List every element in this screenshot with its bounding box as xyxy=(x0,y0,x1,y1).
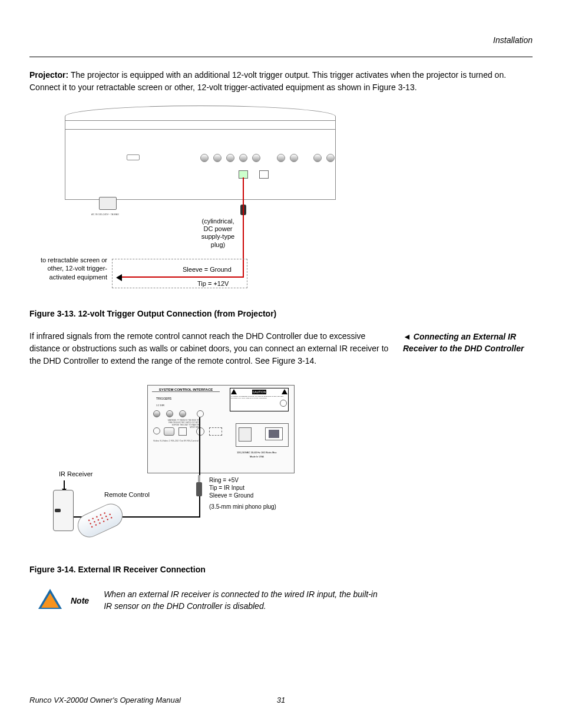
warning-triangle-icon xyxy=(231,389,237,394)
figure-3-13: AC IN 100-240V~ 7A MAX to retractable sc… xyxy=(29,106,533,300)
sleeve-label: Sleeve = Ground xyxy=(209,492,253,499)
ir-eye-icon xyxy=(55,509,61,512)
ring-label: Ring = +5V xyxy=(209,476,253,484)
port-dot-icon xyxy=(213,154,222,162)
warning-text-small: WARNING: TO REDUCE THE RISK OF FIRE OR E… xyxy=(164,419,199,429)
phono-plug-icon xyxy=(196,482,202,496)
system-control-label: SYSTEM CONTROL INTERFACE xyxy=(152,388,220,392)
port-dot-icon xyxy=(252,154,260,162)
video-jack-icon xyxy=(153,427,160,434)
projector-text: The projector is equipped with an additi… xyxy=(29,70,506,92)
projector-top-line xyxy=(65,120,336,121)
figure-3-13-caption: Figure 3-13. 12-volt Trigger Output Conn… xyxy=(29,309,533,318)
note-icon xyxy=(38,589,62,610)
ethernet-port-icon xyxy=(259,170,269,179)
caution-header: CAUTION xyxy=(252,390,267,394)
trigger-jack-icon xyxy=(153,410,160,417)
port-row-3 xyxy=(313,154,335,162)
label-retractable-screen: to retractable screen or other, 12-volt … xyxy=(31,256,107,281)
power-rating-label: 100-240VAC 50-60 Hz 160 Watts Max Made I… xyxy=(237,451,277,458)
power-watts: 100-240VAC 50-60 Hz 160 Watts Max xyxy=(237,451,277,454)
remote-control-label: Remote Control xyxy=(104,491,150,498)
note-label: Note xyxy=(71,596,89,605)
note-triangle-outer-icon xyxy=(38,589,62,609)
label-tip: Tip = +12V xyxy=(197,280,229,287)
port-dot-icon xyxy=(277,154,285,162)
arrow-down-icon xyxy=(64,480,65,489)
trigger-jack-row xyxy=(153,410,186,417)
plug-type-label: (3.5-mm mini phono plug) xyxy=(209,503,276,510)
arrow-left-icon xyxy=(116,274,122,281)
note-text: When an external IR receiver is connecte… xyxy=(104,589,386,612)
triangle-left-icon: ◄ xyxy=(403,331,411,343)
switch-rocker-icon xyxy=(269,430,279,438)
vent-icon xyxy=(280,400,287,407)
hdmi-port-icon xyxy=(127,154,140,160)
paragraph-projector: Projector: The projector is equipped wit… xyxy=(29,69,533,94)
svideo-port-icon xyxy=(164,427,174,436)
note-block: Note When an external IR receiver is con… xyxy=(38,589,533,612)
projector-lead: Projector: xyxy=(29,70,71,80)
port-dot-icon xyxy=(290,154,298,162)
figure-3-14-caption: Figure 3-14. External IR Receiver Connec… xyxy=(29,565,533,574)
port-dot-icon xyxy=(200,154,209,162)
label-sleeve: Sleeve = Ground xyxy=(183,266,232,273)
caution-body: WARNING: TO REDUCE THE RISK OF FIRE OR E… xyxy=(231,396,287,399)
caution-box: CAUTION WARNING: TO REDUCE THE RISK OF F… xyxy=(230,388,289,411)
port-dot-icon xyxy=(326,154,335,162)
figure-3-14: SYSTEM CONTROL INTERFACE TRIGGERS 1 2 3 … xyxy=(29,385,533,556)
rs-control-icon xyxy=(209,427,222,436)
tip-label: Tip = IR Input xyxy=(209,484,253,492)
port-row xyxy=(200,154,260,162)
ir-phono-icon xyxy=(196,427,204,436)
serial-port-icon xyxy=(178,427,187,436)
ir-jack-icon xyxy=(197,410,204,417)
trigger-jack-icon xyxy=(179,410,186,417)
projector-outline xyxy=(65,106,336,200)
footer: Runco VX-2000d Owner's Operating Manual … xyxy=(29,696,533,704)
port-dot-icon xyxy=(239,154,247,162)
header-rule xyxy=(29,57,533,57)
power-socket-icon xyxy=(99,197,117,210)
trigger-jack-icon xyxy=(166,410,173,417)
warning-triangle-icon xyxy=(282,389,287,394)
note-triangle-inner-icon xyxy=(41,593,59,608)
side-heading: ◄Connecting an External IR Receiver to t… xyxy=(403,330,533,379)
bottom-port-labels: Video S-Video 2 RS-232 Out IR RS-Control xyxy=(153,439,199,442)
ac-label: AC IN 100-240V~ 7A MAX xyxy=(91,213,119,216)
trigger-numbers: 1 2 3 IR xyxy=(156,404,164,407)
remote-text: Remote Control xyxy=(104,491,150,498)
header-section-label: Installation xyxy=(29,35,533,45)
projector-top-line2 xyxy=(65,129,336,130)
paragraph-ir: If infrared signals from the remote cont… xyxy=(29,330,391,367)
port-row-2 xyxy=(277,154,298,162)
triggers-label: TRIGGERS xyxy=(156,397,171,400)
footer-page-number: 31 xyxy=(277,696,285,704)
label-plug-type: (cylindrical, DC power supply-type plug) xyxy=(197,218,239,249)
footer-left: Runco VX-2000d Owner's Operating Manual xyxy=(29,696,181,704)
side-heading-text: Connecting an External IR Receiver to th… xyxy=(403,332,524,353)
ir-cable-vertical xyxy=(199,417,200,518)
ir-receiver-label: IR Receiver xyxy=(59,470,92,477)
power-socket-icon xyxy=(239,427,252,442)
plug-wiring-labels: Ring = +5V Tip = IR Input Sleeve = Groun… xyxy=(209,476,253,499)
made-in-label: Made In USA xyxy=(237,455,277,458)
port-dot-icon xyxy=(226,154,234,162)
port-dot-icon xyxy=(313,154,322,162)
